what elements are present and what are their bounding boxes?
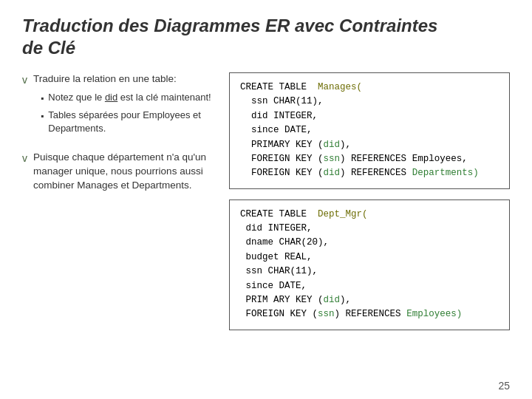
bullet-icon-2: v: [22, 152, 27, 164]
content-area: v Traduire la relation en une table: ▪ N…: [22, 72, 510, 375]
right-panel: CREATE TABLE Manages( ssn CHAR(11), did …: [229, 72, 510, 375]
sub-bullet-icon-1: ▪: [41, 92, 44, 105]
code-line-1-2: ssn CHAR(11),: [240, 95, 499, 109]
sub-bullets-1: ▪ Notez que le did est la clé maintenant…: [41, 91, 214, 135]
sub-bullet-text-1: Notez que le did est la clé maintenant!: [48, 91, 211, 104]
code-line-1-7: FOREIGN KEY (did) REFERENCES Departments…: [240, 166, 499, 180]
bullet-section-2: v Puisque chaque département n'a qu'un m…: [22, 151, 214, 193]
code-line-2-4: budget REAL,: [240, 250, 499, 265]
code-line-2-5: ssn CHAR(11),: [240, 265, 499, 279]
code-line-2-8: FOREIGN KEY (ssn) REFERENCES Employees): [240, 307, 499, 321]
code-line-2-2: did INTEGER,: [240, 222, 499, 236]
sub-bullet-1: ▪ Notez que le did est la clé maintenant…: [41, 91, 214, 105]
page-title: Traduction des Diagrammes ER avec Contra…: [22, 15, 510, 59]
sub-bullet-icon-2: ▪: [41, 110, 44, 123]
code-box-1: CREATE TABLE Manages( ssn CHAR(11), did …: [229, 72, 510, 189]
left-panel: v Traduire la relation en une table: ▪ N…: [22, 72, 214, 375]
code-line-2-1: CREATE TABLE Dept_Mgr(: [240, 208, 499, 222]
code-line-1-6: FOREIGN KEY (ssn) REFERENCES Employees,: [240, 152, 499, 166]
page-number: 25: [22, 380, 510, 392]
page: Traduction des Diagrammes ER avec Contra…: [0, 0, 532, 399]
bullet-text-1: Traduire la relation en une table: ▪ Not…: [33, 72, 214, 139]
code-line-1-3: did INTEGER,: [240, 109, 499, 123]
code-line-2-7: PRIM ARY KEY (did),: [240, 293, 499, 307]
bullet-section-1: v Traduire la relation en une table: ▪ N…: [22, 72, 214, 139]
code-box-2: CREATE TABLE Dept_Mgr( did INTEGER, dnam…: [229, 200, 510, 330]
bullet-text-2: Puisque chaque département n'a qu'un man…: [33, 151, 214, 193]
sub-bullet-text-2: Tables séparées pour Employees et Depart…: [48, 109, 214, 135]
code-line-1-5: PRIMARY KEY (did),: [240, 138, 499, 152]
code-line-2-3: dname CHAR(20),: [240, 236, 499, 250]
code-line-1-1: CREATE TABLE Manages(: [240, 81, 499, 95]
bullet-item-1: v Traduire la relation en une table: ▪ N…: [22, 72, 214, 139]
bullet-item-2: v Puisque chaque département n'a qu'un m…: [22, 151, 214, 193]
bullet-icon-1: v: [22, 74, 27, 86]
code-line-2-6: since DATE,: [240, 279, 499, 293]
code-line-1-4: since DATE,: [240, 123, 499, 137]
sub-bullet-2: ▪ Tables séparées pour Employees et Depa…: [41, 109, 214, 135]
